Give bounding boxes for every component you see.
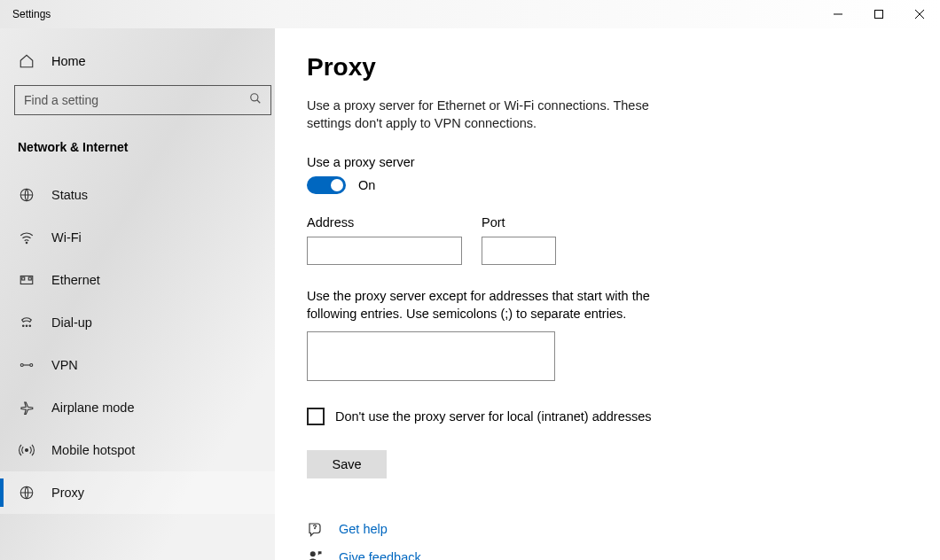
feedback-icon — [307, 549, 323, 560]
sidebar-item-airplane[interactable]: Airplane mode — [0, 386, 275, 429]
hotspot-icon — [18, 442, 35, 458]
use-proxy-toggle[interactable] — [307, 176, 346, 194]
home-label: Home — [51, 54, 86, 68]
port-label: Port — [482, 215, 556, 229]
main-panel: Proxy Use a proxy server for Ethernet or… — [275, 28, 940, 560]
airplane-icon — [18, 400, 35, 416]
page-description: Use a proxy server for Ethernet or Wi-Fi… — [307, 97, 679, 132]
svg-rect-6 — [28, 277, 31, 280]
maximize-button[interactable] — [858, 0, 899, 28]
sidebar-item-dialup[interactable]: Dial-up — [0, 301, 275, 344]
local-checkbox-label: Don't use the proxy server for local (in… — [335, 409, 652, 424]
sidebar-item-label: Proxy — [51, 486, 84, 500]
search-container — [0, 76, 275, 115]
home-nav[interactable]: Home — [0, 46, 275, 76]
exceptions-input[interactable] — [307, 331, 555, 381]
sidebar-item-ethernet[interactable]: Ethernet — [0, 259, 275, 301]
nav-list: Status Wi-Fi Ethernet Dial-up — [0, 174, 275, 514]
exceptions-description: Use the proxy server except for addresse… — [307, 288, 688, 323]
port-input[interactable] — [482, 237, 556, 265]
search-icon — [249, 92, 262, 108]
save-button[interactable]: Save — [307, 450, 387, 478]
sidebar-item-vpn[interactable]: VPN — [0, 344, 275, 386]
address-column: Address — [307, 215, 462, 265]
help-icon — [307, 521, 323, 537]
vpn-icon — [18, 357, 35, 373]
close-button[interactable] — [899, 0, 940, 28]
sidebar-item-label: Dial-up — [51, 315, 92, 330]
svg-point-10 — [20, 364, 23, 367]
sidebar-item-wifi[interactable]: Wi-Fi — [0, 216, 275, 259]
sidebar-section-title: Network & Internet — [0, 115, 275, 167]
svg-point-7 — [23, 325, 25, 327]
sidebar-item-label: Ethernet — [51, 273, 100, 287]
svg-point-1 — [251, 94, 258, 101]
sidebar-item-proxy[interactable]: Proxy — [0, 471, 275, 514]
sidebar-item-label: VPN — [51, 358, 78, 372]
maximize-icon — [874, 10, 883, 19]
sidebar-item-hotspot[interactable]: Mobile hotspot — [0, 429, 275, 471]
window-title: Settings — [0, 8, 51, 20]
dialup-icon — [18, 315, 35, 331]
sidebar-item-label: Wi-Fi — [51, 230, 82, 245]
get-help-link[interactable]: Get help — [339, 522, 388, 536]
local-addresses-checkbox[interactable] — [307, 408, 325, 425]
svg-point-3 — [26, 242, 27, 244]
sidebar-item-label: Airplane mode — [51, 401, 135, 415]
svg-point-14 — [314, 528, 316, 530]
use-proxy-toggle-row: On — [307, 176, 905, 194]
address-port-row: Address Port — [307, 215, 905, 265]
minimize-button[interactable] — [818, 0, 858, 28]
svg-point-12 — [26, 449, 28, 452]
local-checkbox-row: Don't use the proxy server for local (in… — [307, 408, 905, 425]
svg-rect-5 — [22, 277, 25, 280]
wifi-icon — [18, 229, 35, 245]
toggle-state-label: On — [358, 178, 375, 192]
sidebar-item-status[interactable]: Status — [0, 174, 275, 216]
sidebar: Home Network & Internet Status — [0, 28, 275, 560]
ethernet-icon — [18, 272, 35, 288]
home-icon — [18, 53, 35, 69]
get-help-row: Get help — [307, 521, 905, 537]
svg-rect-0 — [875, 11, 883, 19]
give-feedback-row: Give feedback — [307, 549, 905, 560]
address-input[interactable] — [307, 237, 462, 265]
svg-point-11 — [30, 364, 33, 367]
close-icon — [915, 10, 924, 19]
proxy-icon — [18, 485, 35, 501]
svg-point-15 — [310, 552, 316, 557]
svg-point-9 — [29, 325, 31, 327]
use-proxy-label: Use a proxy server — [307, 155, 905, 169]
status-icon — [18, 187, 35, 203]
port-column: Port — [482, 215, 556, 265]
titlebar: Settings — [0, 0, 940, 28]
search-input[interactable] — [24, 93, 249, 107]
give-feedback-link[interactable]: Give feedback — [339, 550, 421, 560]
window-controls — [818, 0, 940, 28]
sidebar-item-label: Mobile hotspot — [51, 443, 135, 457]
sidebar-item-label: Status — [51, 188, 88, 202]
address-label: Address — [307, 215, 462, 229]
page-title: Proxy — [307, 53, 905, 82]
content-area: Home Network & Internet Status — [0, 28, 940, 560]
search-box[interactable] — [14, 85, 271, 115]
minimize-icon — [834, 10, 842, 19]
svg-point-8 — [26, 325, 27, 327]
